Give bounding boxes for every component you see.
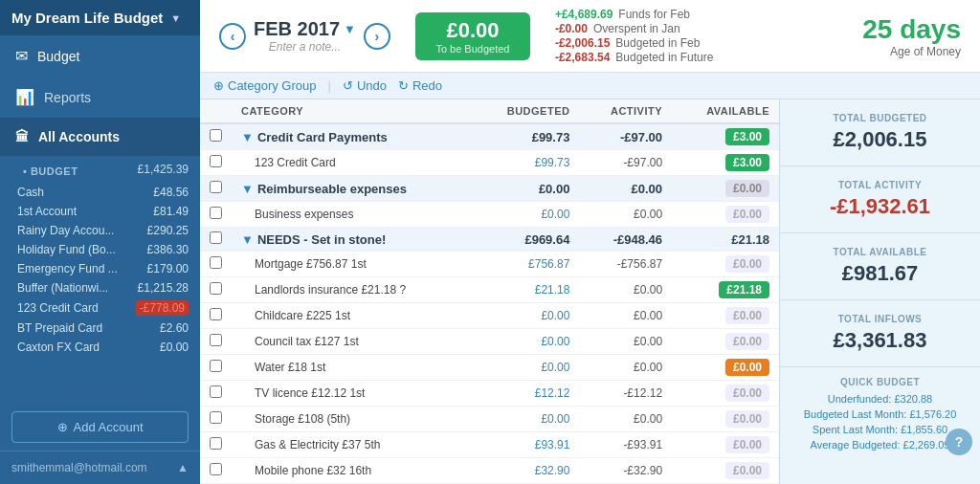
account-balance: £290.25	[147, 224, 189, 237]
prev-month-button[interactable]: ‹	[219, 23, 246, 50]
category-available: £0.00	[672, 329, 779, 355]
account-item[interactable]: Cash£48.56	[0, 183, 200, 202]
group-activity: -£97.00	[579, 123, 672, 150]
category-checkbox[interactable]	[210, 207, 222, 219]
category-checkbox[interactable]	[210, 463, 222, 475]
category-name: Mobile phone £32 16th	[255, 464, 371, 477]
account-balance: £48.56	[153, 186, 189, 199]
account-item[interactable]: 123 Credit Card-£778.09	[0, 297, 200, 319]
available-badge: £0.00	[725, 180, 769, 197]
group-collapse-icon[interactable]: ▼	[241, 182, 254, 196]
category-budgeted[interactable]: £0.00	[473, 202, 580, 228]
available-badge: £0.00	[725, 307, 769, 324]
topbar: ‹ FEB 2017 ▼ Enter a note... › £0.00 To …	[200, 0, 980, 73]
category-budgeted[interactable]: £21.18	[473, 277, 580, 303]
category-activity: £0.00	[579, 329, 672, 355]
category-name-cell: Water £18 1st	[232, 355, 473, 381]
group-name-cell: ▼Reimburseable expenses	[232, 176, 473, 202]
category-name: Storage £108 (5th)	[255, 412, 350, 426]
quick-budget-item[interactable]: Budgeted Last Month: £1,576.20	[793, 408, 967, 420]
category-name: Water £18 1st	[255, 361, 325, 374]
budget-stats: +£4,689.69Funds for Feb-£0.00Overspent i…	[555, 8, 713, 64]
quick-budget-item[interactable]: Spent Last Month: £1,855.60	[793, 424, 967, 435]
account-balance: £81.49	[153, 205, 189, 218]
user-menu-icon[interactable]: ▲	[177, 461, 189, 474]
category-check-cell	[200, 407, 232, 432]
category-group-button[interactable]: ⊕ Category Group	[213, 78, 317, 93]
category-budgeted[interactable]: £93.91	[473, 432, 580, 458]
sidebar-item-all-accounts[interactable]: 🏛 All Accounts	[0, 118, 200, 156]
account-name: BT Prepaid Card	[17, 321, 102, 335]
group-collapse-icon[interactable]: ▼	[241, 232, 254, 247]
category-checkbox[interactable]	[210, 385, 222, 398]
account-item[interactable]: BT Prepaid Card£2.60	[0, 319, 200, 338]
stat-value: +£4,689.69	[555, 8, 612, 21]
group-check-cell	[200, 176, 232, 202]
note-input[interactable]: Enter a note...	[254, 40, 356, 54]
category-checkbox[interactable]	[210, 334, 222, 346]
sidebar-item-budget[interactable]: ✉ Budget	[0, 35, 200, 77]
available-badge: £0.00	[725, 333, 769, 350]
budget-table: CATEGORY BUDGETED ACTIVITY AVAILABLE ▼Cr…	[200, 99, 779, 484]
category-activity: £0.00	[579, 355, 672, 381]
category-checkbox[interactable]	[210, 308, 222, 320]
undo-button[interactable]: ↺ Undo	[343, 78, 387, 93]
topbar-stat: -£0.00Overspent in Jan	[555, 22, 713, 35]
redo-label: Redo	[412, 78, 442, 93]
category-budgeted[interactable]: £0.00	[473, 355, 580, 381]
category-name: Childcare £225 1st	[255, 309, 350, 322]
quick-budget-item[interactable]: Underfunded: £320.88	[793, 393, 967, 405]
quick-budget-items: Underfunded: £320.88Budgeted Last Month:…	[793, 393, 967, 451]
user-email: smithemmal@hotmail.com	[11, 461, 147, 474]
category-budgeted[interactable]: £0.00	[473, 329, 580, 355]
group-available: £3.00	[672, 123, 779, 150]
category-budgeted[interactable]: £0.00	[473, 407, 580, 432]
category-budgeted[interactable]: £0.00	[473, 303, 580, 329]
group-checkbox[interactable]	[210, 181, 222, 193]
add-account-label: Add Account	[74, 420, 144, 434]
category-check-cell	[200, 458, 232, 484]
available-badge: £3.00	[725, 154, 769, 171]
account-item[interactable]: Emergency Fund ...£179.00	[0, 259, 200, 278]
topbar-stat: +£4,689.69Funds for Feb	[555, 8, 713, 21]
category-checkbox[interactable]	[210, 282, 222, 295]
category-budgeted[interactable]: £12.12	[473, 381, 580, 407]
quick-budget-item[interactable]: Average Budgeted: £2,269.09	[793, 439, 967, 451]
add-account-button[interactable]: ⊕ Add Account	[11, 411, 189, 443]
category-checkbox[interactable]	[210, 360, 222, 372]
app-title-header[interactable]: My Dream Life Budget ▼	[0, 0, 200, 35]
redo-button[interactable]: ↻ Redo	[398, 78, 442, 93]
reports-icon: 📊	[15, 88, 34, 106]
next-month-button[interactable]: ›	[364, 23, 390, 50]
help-button[interactable]: ?	[946, 429, 972, 455]
account-name: Emergency Fund ...	[17, 262, 118, 275]
category-checkbox[interactable]	[210, 155, 222, 167]
group-checkbox[interactable]	[210, 129, 222, 142]
toolbar-divider-1: |	[328, 78, 331, 93]
group-checkbox[interactable]	[210, 231, 222, 244]
total-available-value: £981.67	[795, 261, 965, 286]
total-inflows-label: TOTAL INFLOWS	[795, 314, 965, 324]
sidebar-item-all-accounts-label: All Accounts	[38, 129, 120, 144]
account-item[interactable]: Buffer (Nationwi...£1,215.28	[0, 278, 200, 297]
to-be-budgeted-label: To be Budgeted	[431, 43, 515, 55]
table-row: ▼Reimburseable expenses £0.00 £0.00 £0.0…	[200, 176, 779, 202]
account-item[interactable]: Holiday Fund (Bo...£386.30	[0, 240, 200, 259]
month-dropdown-icon[interactable]: ▼	[344, 22, 356, 36]
category-checkbox[interactable]	[210, 256, 222, 269]
topbar-stat: -£2,006.15Budgeted in Feb	[555, 36, 713, 50]
category-checkbox[interactable]	[210, 437, 222, 450]
category-available: £0.00	[672, 381, 779, 407]
account-item[interactable]: Rainy Day Accou...£290.25	[0, 221, 200, 240]
group-budgeted: £0.00	[473, 176, 580, 202]
category-checkbox[interactable]	[210, 411, 222, 424]
group-collapse-icon[interactable]: ▼	[241, 130, 254, 144]
sidebar-item-budget-label: Budget	[37, 49, 79, 64]
category-budgeted[interactable]: £756.87	[473, 252, 580, 277]
category-budgeted[interactable]: £32.90	[473, 458, 580, 484]
sidebar-item-reports[interactable]: 📊 Reports	[0, 77, 200, 118]
category-budgeted[interactable]: £99.73	[473, 150, 580, 176]
account-item[interactable]: Caxton FX Card£0.00	[0, 338, 200, 357]
account-item[interactable]: 1st Account£81.49	[0, 202, 200, 221]
category-name-cell: Gas & Electricity £37 5th	[232, 432, 473, 458]
